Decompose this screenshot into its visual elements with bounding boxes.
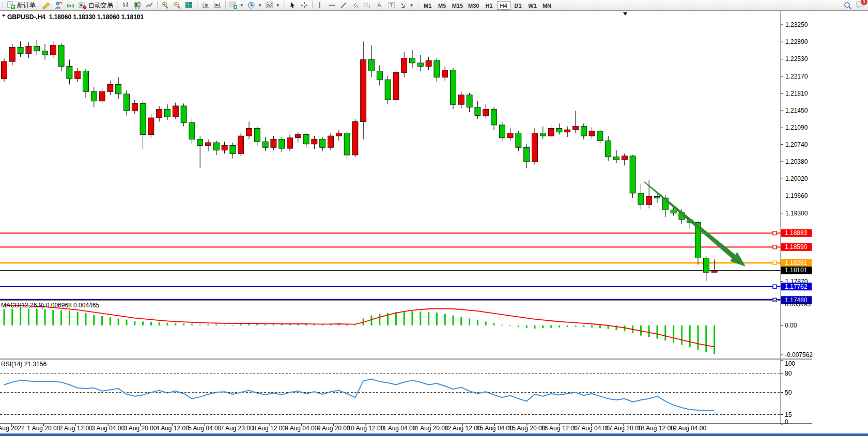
equidistant-channel-button[interactable]: E: [350, 1, 362, 10]
macd-histogram-bar: [240, 324, 242, 325]
macd-histogram-bar: [273, 324, 274, 325]
search-icon[interactable]: [844, 2, 852, 10]
hline-handle[interactable]: [773, 298, 777, 302]
auto-scroll-button[interactable]: [200, 1, 212, 10]
candle-down: [671, 210, 676, 213]
macd-histogram-bar: [379, 314, 380, 325]
cursor-button[interactable]: [287, 1, 299, 10]
macd-histogram-bar: [354, 324, 356, 325]
horizontal-line-button[interactable]: [326, 1, 338, 10]
macd-histogram-bar: [714, 325, 715, 354]
candle-up: [532, 133, 538, 162]
candle-down: [369, 59, 375, 71]
candle-down: [451, 70, 456, 104]
macd-histogram-bar: [404, 312, 405, 325]
equidistant-channel-icon: E: [351, 1, 360, 9]
macd-histogram-bar: [575, 325, 577, 326]
macd-histogram-bar: [493, 323, 495, 325]
macd-histogram-bar: [420, 312, 421, 325]
timeframe-button-M1[interactable]: M1: [421, 1, 435, 10]
new-order-button[interactable]: 新订单: [5, 1, 37, 10]
new-chart-button[interactable]: ▼: [227, 1, 245, 10]
macd-histogram-bar: [44, 309, 46, 325]
toolbar-grip[interactable]: [116, 2, 119, 9]
time-tick-label: 2 Aug 12:00: [59, 425, 92, 432]
toolbar-grip[interactable]: [283, 2, 286, 9]
text-label-button[interactable]: T: [385, 1, 397, 10]
ohlc-values: 1.18060 1.18330 1.18060 1.18101: [49, 13, 144, 21]
timeframe-button-W1[interactable]: W1: [526, 1, 539, 10]
macd-histogram-bar: [453, 315, 454, 325]
pane-separator[interactable]: [0, 300, 812, 301]
indicators-button[interactable]: ▼: [264, 1, 282, 10]
candle-down: [385, 80, 391, 100]
candle-down: [467, 95, 472, 107]
timeframe-button-D1[interactable]: D1: [512, 1, 525, 10]
timeframe-button-H4[interactable]: H4: [497, 1, 510, 10]
candle-up: [157, 109, 162, 118]
line-chart-button[interactable]: [144, 1, 156, 10]
candle-down: [638, 193, 644, 205]
timeframe-button-M30[interactable]: M30: [466, 1, 481, 10]
tile-windows-button[interactable]: [183, 1, 195, 10]
hline-handle[interactable]: [773, 285, 777, 288]
candle-up: [295, 134, 301, 137]
autotrading-button[interactable]: 自动交易: [76, 1, 115, 10]
zoom-out-icon: [173, 1, 181, 9]
one-click-trading-toggle[interactable]: [2, 14, 6, 17]
candle-up: [9, 47, 15, 61]
macd-histogram-bar: [167, 323, 168, 325]
fibonacci-icon: F: [363, 1, 372, 9]
time-tick-label: Aug 2022: [0, 425, 25, 432]
time-tick-label: 7 Aug 23:00: [221, 425, 254, 432]
candle-down: [165, 109, 171, 117]
zoom-in-button[interactable]: [159, 1, 171, 10]
zoom-out-button[interactable]: [171, 1, 183, 10]
toolbar-grip[interactable]: [416, 2, 420, 9]
timeframe-button-H1[interactable]: H1: [483, 1, 496, 10]
macd-histogram-bar: [705, 325, 707, 352]
profiles-button[interactable]: ▼: [245, 1, 264, 10]
toolbar-grip[interactable]: [196, 2, 199, 9]
notifications-button[interactable]: 1: [856, 1, 865, 10]
trendline-button[interactable]: [338, 1, 350, 10]
fibonacci-button[interactable]: F: [362, 1, 374, 10]
macd-histogram-bar: [624, 325, 625, 331]
toolbar-grip[interactable]: [1, 2, 4, 9]
candlestick-chart-button[interactable]: [132, 1, 144, 10]
vertical-line-button[interactable]: [314, 1, 326, 10]
macd-histogram-bar: [110, 317, 111, 325]
time-tick-label: 9 Aug 04:00: [285, 425, 318, 432]
arrows-button[interactable]: ▼: [397, 1, 415, 10]
signals-button[interactable]: [65, 1, 76, 10]
crosshair-button[interactable]: [299, 1, 311, 10]
macd-histogram-bar: [101, 316, 103, 325]
macd-histogram-bar: [648, 325, 650, 337]
time-tick-label: 16 Aug 12:00: [541, 425, 578, 432]
chart-canvas[interactable]: 1.232501.228901.225301.221701.218101.214…: [0, 0, 868, 436]
macd-histogram-bar: [126, 320, 128, 325]
text-button[interactable]: A: [374, 1, 385, 10]
pane-separator[interactable]: [0, 359, 812, 360]
hline-handle[interactable]: [773, 231, 777, 235]
candle-down: [58, 45, 64, 67]
hline-handle[interactable]: [773, 261, 777, 264]
candle-up: [75, 71, 81, 79]
timeframe-button-M15[interactable]: M15: [450, 1, 465, 10]
metaeditor-button[interactable]: [41, 1, 53, 10]
hline-handle[interactable]: [773, 245, 777, 249]
auto-scroll-icon: [202, 1, 210, 9]
macd-histogram-bar: [215, 324, 217, 325]
new-chart-icon: [229, 1, 238, 9]
candle-down: [67, 66, 72, 79]
rsi-tick-label: 15: [785, 411, 792, 418]
candle-up: [565, 130, 570, 132]
chart-shift-button[interactable]: [212, 1, 224, 10]
timeframe-button-M5[interactable]: M5: [436, 1, 449, 10]
new-order-icon: [7, 1, 16, 9]
timeframe-button-MN[interactable]: MN: [540, 1, 554, 10]
price-tick-label: 1.21450: [785, 107, 808, 114]
arrows-icon: [399, 1, 408, 9]
bar-chart-button[interactable]: [120, 1, 132, 10]
market-community-button[interactable]: [53, 1, 65, 10]
